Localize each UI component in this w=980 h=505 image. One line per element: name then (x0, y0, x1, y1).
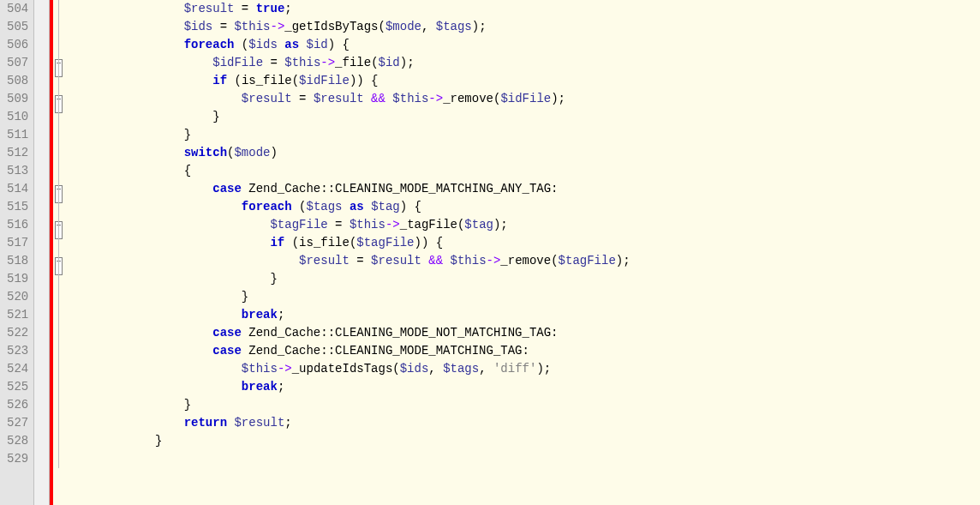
margin (34, 0, 50, 505)
fold-cell (53, 216, 65, 234)
fold-cell (53, 414, 65, 432)
code-line[interactable]: return $result; (69, 414, 980, 432)
line-number: 513 (7, 162, 28, 180)
line-number: 506 (7, 36, 28, 54)
fold-cell (53, 18, 65, 36)
fold-cell (53, 72, 65, 90)
code-line[interactable]: foreach ($ids as $id) { (69, 36, 980, 54)
code-line[interactable]: case Zend_Cache::CLEANING_MODE_MATCHING_… (69, 180, 980, 198)
code-line[interactable]: $this->_updateIdsTags($ids, $tags, 'diff… (69, 360, 980, 378)
fold-column (53, 0, 65, 505)
fold-cell (53, 360, 65, 378)
line-number: 527 (7, 414, 28, 432)
fold-cell (53, 144, 65, 162)
fold-cell (53, 270, 65, 288)
line-number: 511 (7, 126, 28, 144)
line-number: 507 (7, 54, 28, 72)
line-number: 520 (7, 288, 28, 306)
code-line[interactable]: $result = $result && $this->_remove($idF… (69, 90, 980, 108)
line-number: 504 (7, 0, 28, 18)
fold-cell (53, 306, 65, 324)
fold-cell (53, 108, 65, 126)
line-number: 526 (7, 396, 28, 414)
fold-cell (53, 180, 65, 198)
code-line[interactable]: } (69, 108, 980, 126)
line-number: 517 (7, 234, 28, 252)
code-line[interactable]: $tagFile = $this->_tagFile($tag); (69, 216, 980, 234)
line-number: 514 (7, 180, 28, 198)
fold-cell (53, 378, 65, 396)
fold-cell (53, 0, 65, 18)
line-number: 508 (7, 72, 28, 90)
line-number: 523 (7, 342, 28, 360)
line-number: 521 (7, 306, 28, 324)
line-number: 525 (7, 378, 28, 396)
code-line[interactable]: if (is_file($idFile)) { (69, 72, 980, 90)
code-line[interactable]: $idFile = $this->_file($id); (69, 54, 980, 72)
line-number: 512 (7, 144, 28, 162)
code-line[interactable]: $result = $result && $this->_remove($tag… (69, 252, 980, 270)
line-number: 522 (7, 324, 28, 342)
fold-cell (53, 234, 65, 252)
line-number: 518 (7, 252, 28, 270)
fold-cell (53, 162, 65, 180)
code-line[interactable]: case Zend_Cache::CLEANING_MODE_MATCHING_… (69, 342, 980, 360)
code-line[interactable]: if (is_file($tagFile)) { (69, 234, 980, 252)
line-number: 505 (7, 18, 28, 36)
fold-cell (53, 450, 65, 468)
code-line[interactable]: break; (69, 378, 980, 396)
fold-cell (53, 126, 65, 144)
code-line[interactable]: } (69, 126, 980, 144)
line-number-gutter: 5045055065075085095105115125135145155165… (0, 0, 34, 505)
line-number: 510 (7, 108, 28, 126)
code-line[interactable]: } (69, 396, 980, 414)
fold-cell (53, 90, 65, 108)
line-number: 516 (7, 216, 28, 234)
line-number: 529 (7, 450, 28, 468)
fold-cell (53, 342, 65, 360)
fold-cell (53, 432, 65, 450)
code-line[interactable]: case Zend_Cache::CLEANING_MODE_NOT_MATCH… (69, 324, 980, 342)
line-number: 519 (7, 270, 28, 288)
code-area[interactable]: $result = true; $ids = $this->_getIdsByT… (65, 0, 980, 505)
fold-cell (53, 198, 65, 216)
fold-cell (53, 396, 65, 414)
fold-cell (53, 324, 65, 342)
line-number: 528 (7, 432, 28, 450)
fold-cell (53, 54, 65, 72)
code-line[interactable]: $ids = $this->_getIdsByTags($mode, $tags… (69, 18, 980, 36)
code-line[interactable]: switch($mode) (69, 144, 980, 162)
code-line[interactable]: } (69, 432, 980, 450)
line-number: 515 (7, 198, 28, 216)
fold-cell (53, 36, 65, 54)
code-line[interactable]: } (69, 270, 980, 288)
fold-cell (53, 252, 65, 270)
line-number: 524 (7, 360, 28, 378)
code-line[interactable]: } (69, 288, 980, 306)
line-number: 509 (7, 90, 28, 108)
code-line[interactable]: foreach ($tags as $tag) { (69, 198, 980, 216)
code-editor: 5045055065075085095105115125135145155165… (0, 0, 980, 505)
code-line[interactable] (69, 450, 980, 468)
code-line[interactable]: $result = true; (69, 0, 980, 18)
code-line[interactable]: { (69, 162, 980, 180)
code-line[interactable]: break; (69, 306, 980, 324)
fold-cell (53, 288, 65, 306)
